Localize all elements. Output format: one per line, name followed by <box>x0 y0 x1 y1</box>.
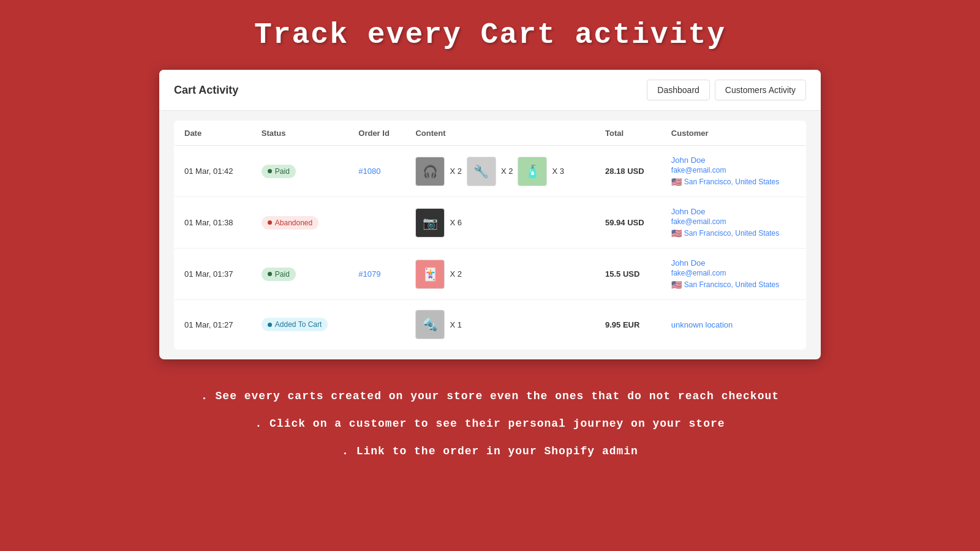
cell-status: Paid <box>252 146 349 197</box>
cell-customer: unknown location <box>662 300 806 350</box>
cell-status: Abandoned <box>252 197 349 249</box>
col-order-id: Order Id <box>349 121 405 146</box>
product-qty: X 6 <box>450 218 462 227</box>
customer-email-link[interactable]: fake@email.com <box>671 217 796 226</box>
customer-info: John Doefake@email.com🇺🇸 San Francisco, … <box>671 207 796 238</box>
table-row: 01 Mar, 01:42Paid#1080🎧X 2🔧X 2🧴X 328.18 … <box>175 146 806 197</box>
cell-status: Paid <box>252 249 349 300</box>
cell-content: 🃏X 2 <box>405 249 595 300</box>
status-dot-icon <box>268 220 272 225</box>
order-id-link[interactable]: #1080 <box>358 167 380 176</box>
cell-status: Added To Cart <box>252 300 349 350</box>
cell-total: 9.95 EUR <box>595 300 662 350</box>
customers-activity-button[interactable]: Customers Activity <box>715 80 806 100</box>
table-container: Date Status Order Id Content Total Custo… <box>159 111 821 359</box>
table-row: 01 Mar, 01:37Paid#1079🃏X 215.5 USDJohn D… <box>175 249 806 300</box>
status-badge: Abandoned <box>262 216 318 230</box>
app-container: Cart Activity Dashboard Customers Activi… <box>159 70 821 359</box>
product-image-pen: 🔧 <box>467 157 496 186</box>
content-products: 🔩X 1 <box>415 310 586 339</box>
dashboard-button[interactable]: Dashboard <box>647 80 710 100</box>
app-title: Cart Activity <box>174 84 238 97</box>
customer-name-link[interactable]: John Doe <box>671 207 796 216</box>
cell-order-id <box>349 197 405 249</box>
product-qty: X 1 <box>450 320 462 329</box>
customer-info: John Doefake@email.com🇺🇸 San Francisco, … <box>671 258 796 290</box>
status-dot-icon <box>268 169 272 173</box>
status-badge: Paid <box>262 165 296 178</box>
col-customer: Customer <box>662 121 806 146</box>
data-table: Date Status Order Id Content Total Custo… <box>174 121 806 350</box>
header-buttons: Dashboard Customers Activity <box>647 80 806 100</box>
bullet-1: . See every carts created on your store … <box>201 388 779 405</box>
cell-content: 📷X 6 <box>405 197 595 249</box>
cell-content: 🎧X 2🔧X 2🧴X 3 <box>405 146 595 197</box>
app-header: Cart Activity Dashboard Customers Activi… <box>159 70 821 111</box>
flag-icon: 🇺🇸 <box>671 280 682 290</box>
cell-total: 59.94 USD <box>595 197 662 249</box>
cell-order-id: #1080 <box>349 146 405 197</box>
customer-email-link[interactable]: fake@email.com <box>671 166 796 174</box>
bullet-3: . Link to the order in your Shopify admi… <box>201 443 779 460</box>
customer-location-link[interactable]: 🇺🇸 San Francisco, United States <box>671 280 796 290</box>
cell-total: 15.5 USD <box>595 249 662 300</box>
product-qty: X 2 <box>450 167 462 176</box>
status-badge: Paid <box>262 268 296 281</box>
cell-date: 01 Mar, 01:42 <box>175 146 252 197</box>
product-image-card: 🃏 <box>415 260 445 289</box>
status-badge: Added To Cart <box>262 318 328 331</box>
customer-name-link[interactable]: John Doe <box>671 258 796 268</box>
flag-icon: 🇺🇸 <box>671 228 682 238</box>
cell-date: 01 Mar, 01:37 <box>175 249 252 300</box>
product-image-bottle: 🧴 <box>518 157 547 186</box>
product-qty: X 3 <box>552 167 564 176</box>
cell-date: 01 Mar, 01:27 <box>175 300 252 350</box>
col-status: Status <box>252 121 349 146</box>
col-content: Content <box>405 121 595 146</box>
cell-content: 🔩X 1 <box>405 300 595 350</box>
cell-customer: John Doefake@email.com🇺🇸 San Francisco, … <box>662 249 806 300</box>
content-products: 📷X 6 <box>415 208 586 238</box>
product-image-screwdriver: 🔩 <box>415 310 445 339</box>
cell-customer: John Doefake@email.com🇺🇸 San Francisco, … <box>662 146 806 197</box>
cell-date: 01 Mar, 01:38 <box>175 197 252 249</box>
customer-location-link[interactable]: 🇺🇸 San Francisco, United States <box>671 228 796 238</box>
product-image-headphone: 🎧 <box>415 157 445 186</box>
table-header-row: Date Status Order Id Content Total Custo… <box>175 121 806 146</box>
product-qty: X 2 <box>501 167 513 176</box>
col-total: Total <box>595 121 662 146</box>
customer-email-link[interactable]: fake@email.com <box>671 269 796 277</box>
customer-info: John Doefake@email.com🇺🇸 San Francisco, … <box>671 156 796 187</box>
hero-title: Track every Cart activity <box>254 18 726 51</box>
product-image-camera: 📷 <box>415 208 445 238</box>
customer-location-link[interactable]: 🇺🇸 San Francisco, United States <box>671 177 796 187</box>
cell-order-id: #1079 <box>349 249 405 300</box>
content-products: 🎧X 2🔧X 2🧴X 3 <box>415 157 586 186</box>
customer-info: unknown location <box>671 320 796 329</box>
cell-total: 28.18 USD <box>595 146 662 197</box>
bottom-bullets: . See every carts created on your store … <box>201 378 779 470</box>
product-qty: X 2 <box>450 269 462 279</box>
content-products: 🃏X 2 <box>415 260 586 289</box>
cell-order-id <box>349 300 405 350</box>
table-row: 01 Mar, 01:27Added To Cart🔩X 19.95 EURun… <box>175 300 806 350</box>
cell-customer: John Doefake@email.com🇺🇸 San Francisco, … <box>662 197 806 249</box>
order-id-link[interactable]: #1079 <box>358 269 380 279</box>
flag-icon: 🇺🇸 <box>671 177 682 187</box>
status-dot-icon <box>268 272 272 276</box>
unknown-location-link[interactable]: unknown location <box>671 320 796 329</box>
bullet-2: . Click on a customer to see their perso… <box>201 415 779 433</box>
col-date: Date <box>175 121 252 146</box>
customer-name-link[interactable]: John Doe <box>671 156 796 165</box>
table-row: 01 Mar, 01:38Abandoned📷X 659.94 USDJohn … <box>175 197 806 249</box>
status-dot-icon <box>268 323 272 327</box>
